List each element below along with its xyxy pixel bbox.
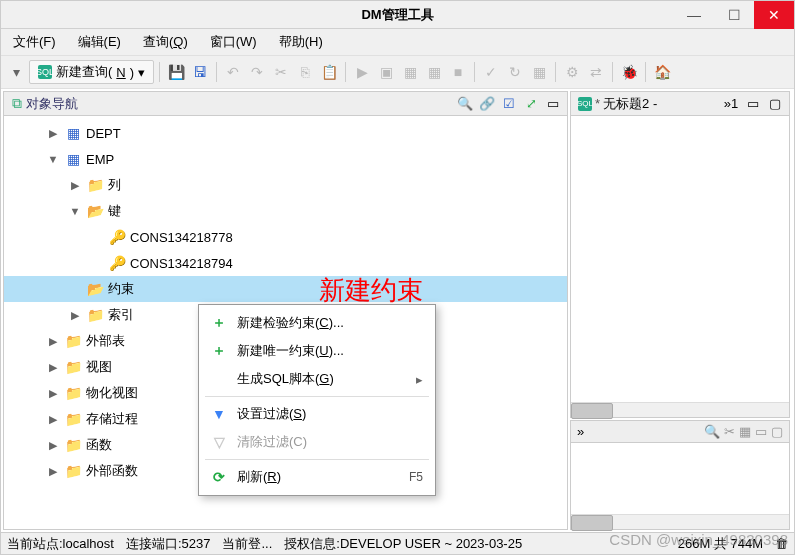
editor-body[interactable] (571, 116, 789, 417)
h-scrollbar[interactable] (571, 514, 789, 529)
cm-new-check[interactable]: ＋ 新建检验约束(C)... (199, 309, 435, 337)
clear-filter-icon: ▽ (211, 434, 227, 450)
run-icon[interactable]: ▶ (351, 61, 373, 83)
expand-arrow-icon[interactable]: ▶ (46, 335, 60, 348)
menu-query[interactable]: 查询(Q) (137, 31, 194, 53)
tab-max-icon[interactable]: ▢ (765, 94, 785, 114)
menu-help[interactable]: 帮助(H) (273, 31, 329, 53)
result-tool4-icon[interactable]: ▭ (755, 424, 767, 439)
plus-icon: ＋ (211, 314, 227, 332)
editor-tab[interactable]: SQL * 无标题2 - (575, 95, 660, 113)
tree-item-label: 视图 (86, 358, 112, 376)
menu-window[interactable]: 窗口(W) (204, 31, 263, 53)
home-icon[interactable]: 🏠 (651, 61, 673, 83)
result-chevron-icon[interactable]: » (577, 424, 584, 439)
tree-item-label: 函数 (86, 436, 112, 454)
nav-tool1-icon[interactable]: 🔍 (455, 94, 475, 114)
window-controls: — ☐ ✕ (674, 1, 794, 29)
result-toolbar: » 🔍 ✂ ▦ ▭ ▢ (571, 421, 789, 443)
nav-tool2-icon[interactable]: 🔗 (477, 94, 497, 114)
cm-set-filter[interactable]: ▼ 设置过滤(S) (199, 400, 435, 428)
folder-open-icon: 📂 (86, 202, 104, 220)
tree-item-label: 外部表 (86, 332, 125, 350)
trash-icon[interactable]: 🗑 (775, 536, 788, 551)
menu-file[interactable]: 文件(F) (7, 31, 62, 53)
expand-arrow-icon[interactable]: ▶ (46, 465, 60, 478)
result-tool2-icon[interactable]: ✂ (724, 424, 735, 439)
main-toolbar: ▾ SQL 新建查询(N) ▾ 💾 🖫 ↶ ↷ ✂ ⎘ 📋 ▶ ▣ ▦ ▦ ■ … (1, 55, 794, 89)
cm-refresh[interactable]: ⟳ 刷新(R) F5 (199, 463, 435, 491)
nav-tab[interactable]: ⧉ 对象导航 (8, 95, 82, 113)
expand-arrow-icon[interactable]: ▶ (68, 309, 82, 322)
expand-arrow-icon[interactable]: ▼ (46, 153, 60, 165)
new-query-button[interactable]: SQL 新建查询(N) ▾ (29, 60, 154, 84)
copy-icon[interactable]: ⎘ (294, 61, 316, 83)
tx-icon[interactable]: ▦ (528, 61, 550, 83)
cut-icon[interactable]: ✂ (270, 61, 292, 83)
tree-item-label: 约束 (108, 280, 134, 298)
run-script-icon[interactable]: ▣ (375, 61, 397, 83)
nav-tool3-icon[interactable]: ☑ (499, 94, 519, 114)
key-icon: 🔑 (108, 254, 126, 272)
tree-row[interactable]: ▼▦EMP (4, 146, 567, 172)
stop-icon[interactable]: ■ (447, 61, 469, 83)
tab-more-icon[interactable]: »1 (721, 94, 741, 114)
folder-open-icon: 📂 (86, 280, 104, 298)
expand-arrow-icon[interactable]: ▶ (46, 361, 60, 374)
editor-area: SQL * 无标题2 - »1 ▭ ▢ » 🔍 ✂ ▦ (570, 91, 790, 530)
folder-icon: 📁 (64, 462, 82, 480)
result-tool5-icon[interactable]: ▢ (771, 424, 783, 439)
result-tool1-icon[interactable]: 🔍 (704, 424, 720, 439)
menu-edit[interactable]: 编辑(E) (72, 31, 127, 53)
folder-icon: 📁 (86, 306, 104, 324)
table-icon: ▦ (64, 124, 82, 142)
sql-icon: SQL (578, 97, 592, 111)
folder-icon: 📁 (64, 410, 82, 428)
tb-dropdown-icon[interactable]: ▾ (5, 61, 27, 83)
save-all-icon[interactable]: 🖫 (189, 61, 211, 83)
paste-icon[interactable]: 📋 (318, 61, 340, 83)
tree-row[interactable]: 📂约束 (4, 276, 567, 302)
close-button[interactable]: ✕ (754, 1, 794, 29)
tree-row[interactable]: ▼📂键 (4, 198, 567, 224)
chevron-right-icon: ▸ (416, 372, 423, 387)
h-scrollbar[interactable] (571, 402, 789, 417)
rollback-icon[interactable]: ↻ (504, 61, 526, 83)
save-icon[interactable]: 💾 (165, 61, 187, 83)
expand-arrow-icon[interactable]: ▶ (46, 413, 60, 426)
tree-item-label: 索引 (108, 306, 134, 324)
commit-icon[interactable]: ✓ (480, 61, 502, 83)
tree-row[interactable]: 🔑CONS134218778 (4, 224, 567, 250)
tool1-icon[interactable]: ⚙ (561, 61, 583, 83)
tool2-icon[interactable]: ⇄ (585, 61, 607, 83)
expand-arrow-icon[interactable]: ▼ (68, 205, 82, 217)
debug2-icon[interactable]: ▦ (423, 61, 445, 83)
menu-bar: 文件(F) 编辑(E) 查询(Q) 窗口(W) 帮助(H) (1, 29, 794, 55)
redo-icon[interactable]: ↷ (246, 61, 268, 83)
cm-new-unique[interactable]: ＋ 新建唯一约束(U)... (199, 337, 435, 365)
expand-arrow-icon[interactable]: ▶ (68, 179, 82, 192)
maximize-button[interactable]: ☐ (714, 1, 754, 29)
expand-arrow-icon[interactable]: ▶ (46, 439, 60, 452)
cm-gen-sql[interactable]: 生成SQL脚本(G) ▸ (199, 365, 435, 393)
debug-icon[interactable]: ▦ (399, 61, 421, 83)
result-tool3-icon[interactable]: ▦ (739, 424, 751, 439)
nav-tab-icon: ⧉ (12, 95, 22, 112)
bug-icon[interactable]: 🐞 (618, 61, 640, 83)
nav-tool4-icon[interactable]: ⤢ (521, 94, 541, 114)
folder-icon: 📁 (64, 332, 82, 350)
tree-row[interactable]: ▶📁列 (4, 172, 567, 198)
minimize-button[interactable]: — (674, 1, 714, 29)
tree-row[interactable]: 🔑CONS134218794 (4, 250, 567, 276)
undo-icon[interactable]: ↶ (222, 61, 244, 83)
expand-arrow-icon[interactable]: ▶ (46, 387, 60, 400)
nav-tab-label: 对象导航 (26, 95, 78, 113)
tab-min-icon[interactable]: ▭ (743, 94, 763, 114)
tab-dirty-icon: * (595, 96, 600, 111)
nav-tool5-icon[interactable]: ▭ (543, 94, 563, 114)
expand-arrow-icon[interactable]: ▶ (46, 127, 60, 140)
key-icon: 🔑 (108, 228, 126, 246)
folder-icon: 📁 (64, 358, 82, 376)
tree-row[interactable]: ▶▦DEPT (4, 120, 567, 146)
result-body[interactable] (571, 443, 789, 529)
